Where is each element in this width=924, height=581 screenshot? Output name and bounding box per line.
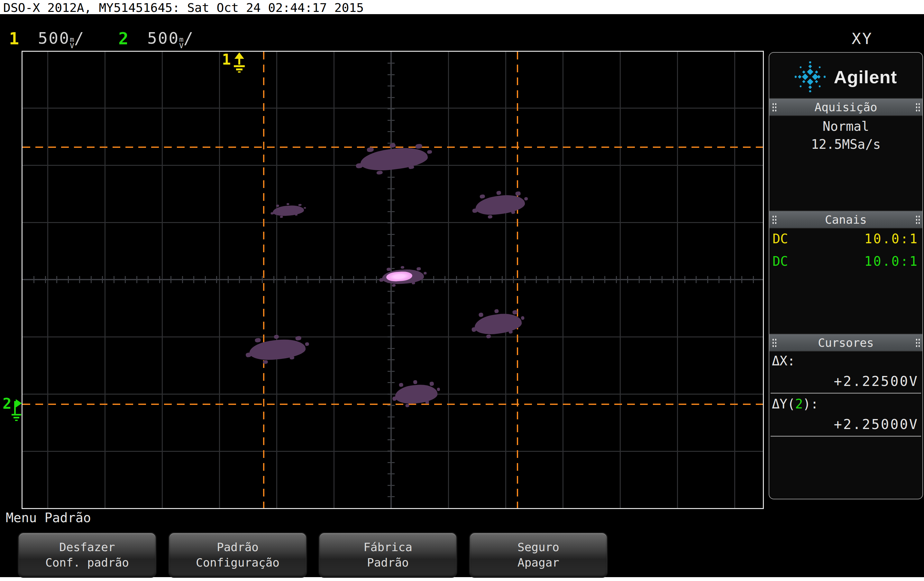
trace-speckle <box>289 356 294 360</box>
drag-grip-icon <box>915 215 920 224</box>
softkey-default-setup[interactable]: Padrão Configuração <box>168 532 307 578</box>
tick <box>741 276 742 283</box>
tick <box>342 276 343 283</box>
trace-speckle <box>392 284 396 287</box>
tick <box>627 276 628 283</box>
section-header-acquisition[interactable]: Aquisição <box>769 98 922 116</box>
trace-speckle <box>304 207 306 209</box>
drag-grip-icon <box>772 215 776 224</box>
channel2-scale[interactable]: 500mV/ <box>147 29 194 49</box>
trace-speckle <box>379 278 384 281</box>
channel2-badge[interactable]: 2 <box>118 29 128 48</box>
cursor-v <box>517 52 518 508</box>
tick <box>159 276 160 283</box>
channel1-badge[interactable]: 1 <box>9 29 19 48</box>
tick <box>388 234 394 235</box>
tick <box>525 276 526 283</box>
tick <box>388 86 394 86</box>
trace-speckle <box>392 396 397 401</box>
section-title: Cursores <box>818 336 873 349</box>
tick <box>388 416 394 417</box>
tick <box>68 276 69 283</box>
blob <box>359 145 429 173</box>
blob <box>474 311 523 337</box>
tick <box>285 276 285 283</box>
tick <box>388 325 394 326</box>
softkey-secure-erase[interactable]: Seguro Apagar <box>469 532 608 578</box>
blob <box>248 337 306 362</box>
tick <box>616 276 617 283</box>
tick <box>388 131 394 132</box>
tick <box>388 199 394 201</box>
trace-speckle <box>488 215 492 219</box>
trace-speckle <box>274 335 279 339</box>
tick <box>593 276 594 283</box>
divider <box>771 436 921 437</box>
tick <box>388 97 394 98</box>
softkey-factory-default[interactable]: Fábrica Padrão <box>318 532 457 578</box>
trace-speckle <box>399 383 403 387</box>
trace-speckle <box>472 327 477 332</box>
trace-speckle <box>480 194 485 199</box>
tick <box>388 177 394 178</box>
tick <box>479 276 480 283</box>
channel1-coupling: DC <box>772 231 788 246</box>
trace-speckle <box>412 282 415 285</box>
tick <box>182 276 183 283</box>
tick <box>353 276 354 283</box>
tick <box>388 120 394 121</box>
tick <box>707 276 708 283</box>
section-header-channels[interactable]: Canais <box>769 211 922 229</box>
tick <box>228 276 229 283</box>
tick <box>388 63 394 64</box>
channel2-info-row: DC 10.0:1 <box>772 254 919 269</box>
channel1-scale[interactable]: 500mV/ <box>38 29 85 49</box>
section-title: Aquisição <box>814 100 877 114</box>
softkey-line1: Padrão <box>217 541 259 554</box>
tick <box>639 276 640 283</box>
blob <box>272 204 304 217</box>
channel1-ground-marker-icon: 1 <box>222 53 248 73</box>
softkey-undo-default-setup[interactable]: Desfazer Conf. padrão <box>18 532 157 578</box>
section-title: Canais <box>825 213 867 226</box>
delta-y-channel: 2 <box>795 397 803 411</box>
trace-speckle <box>429 382 434 386</box>
channel1-info-row: DC 10.0:1 <box>772 231 919 246</box>
tick <box>319 276 320 283</box>
acquisition-mode: Normal <box>769 119 922 134</box>
tick <box>388 257 394 258</box>
drag-grip-icon <box>915 102 920 112</box>
brand-logo: Agilent <box>769 56 922 98</box>
trace-speckle <box>427 150 432 154</box>
tick <box>216 276 217 283</box>
millivolt-unit-icon: mV <box>179 36 183 49</box>
cursor-v <box>263 52 264 508</box>
drag-grip-icon <box>772 102 776 112</box>
trace-speckle <box>366 147 374 153</box>
screenshot-root: { "window": { "title": "DSO-X 2012A, MY5… <box>0 0 924 581</box>
section-header-cursors[interactable]: Cursores <box>769 334 922 352</box>
trace-speckle <box>271 212 274 214</box>
trace-speckle <box>280 216 283 218</box>
tick <box>604 276 605 283</box>
trace-speckle <box>246 352 251 358</box>
trace-speckle <box>511 211 515 214</box>
tick <box>33 276 35 283</box>
softkey-line1: Desfazer <box>59 541 115 554</box>
trace-speckle <box>508 330 513 334</box>
tick <box>673 276 674 283</box>
trace-speckle <box>486 334 491 338</box>
channel2-coupling: DC <box>772 254 788 269</box>
blob <box>474 193 526 217</box>
divider <box>771 393 921 393</box>
tick <box>570 276 571 283</box>
tick <box>696 276 696 283</box>
tick <box>114 276 114 283</box>
per-div-slash: / <box>74 29 85 48</box>
tick <box>205 276 206 283</box>
drag-grip-icon <box>772 338 776 347</box>
tick <box>45 276 46 283</box>
trace-speckle <box>426 400 429 403</box>
tick <box>536 276 537 283</box>
tick <box>502 276 503 283</box>
